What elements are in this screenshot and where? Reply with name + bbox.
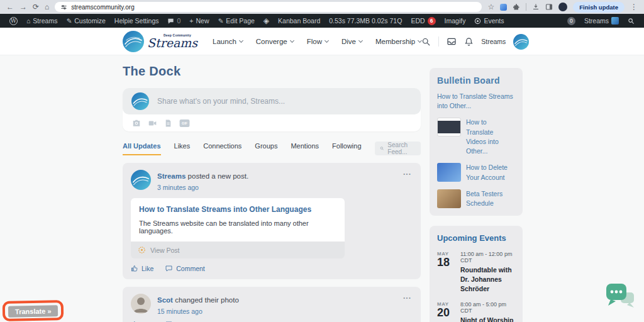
browser-chrome: ← → ⟳ ⌂ streamscommunity.org ☆ Finish up… (0, 0, 644, 14)
admin-account[interactable]: Streams (580, 17, 623, 25)
back-icon[interactable]: ← (6, 3, 14, 11)
admin-customize[interactable]: ✎ Customize (62, 17, 109, 25)
download-icon[interactable] (532, 3, 540, 11)
admin-account-avatar (611, 17, 619, 25)
post-action-text: changed their photo (175, 296, 239, 304)
like-button[interactable]: Like (131, 265, 153, 272)
composer-toolbar: GIF (123, 114, 421, 131)
header-account-name[interactable]: Streams (481, 38, 506, 45)
event-item[interactable]: MAY 18 11:00 am - 12:00 pm CDT Roundtabl… (437, 251, 515, 293)
post-author-avatar[interactable] (131, 170, 151, 190)
reload-icon[interactable]: ⟳ (33, 3, 39, 11)
bulletin-item[interactable]: How to Translate Videos into Other... (437, 118, 515, 156)
tab-mentions[interactable]: Mentions (291, 142, 319, 155)
admin-edd[interactable]: EDD 6 (406, 17, 440, 25)
admin-imagify[interactable]: Imagify (440, 17, 470, 25)
shared-post-card[interactable]: How to Translate Streams into Other Lang… (131, 198, 345, 242)
home-icon[interactable]: ⌂ (45, 3, 49, 11)
post-author-link[interactable]: Scot (157, 296, 173, 304)
tab-all-updates[interactable]: All Updates (123, 142, 161, 155)
main-content: The Dock Share what's on your mind, Stre… (0, 55, 644, 322)
event-name[interactable]: Roundtable with Dr. Johannes Schröder (460, 265, 515, 293)
admin-edit-page[interactable]: ✎ Edit Page (213, 17, 258, 25)
plus-icon: + (189, 17, 193, 25)
admin-site-menu[interactable]: ⌂ Streams (22, 17, 62, 25)
notifications-bell-icon[interactable] (464, 37, 474, 47)
forward-icon[interactable]: → (19, 3, 27, 11)
post-timestamp[interactable]: 15 minutes ago (157, 308, 239, 315)
bulletin-thumbnail (437, 189, 461, 208)
messages-inbox-icon[interactable] (447, 36, 457, 47)
gif-icon[interactable]: GIF (179, 119, 190, 128)
post-options-icon[interactable]: ... (403, 292, 411, 301)
post-options-icon[interactable]: ... (403, 168, 411, 177)
post-timestamp[interactable]: 3 minutes ago (157, 184, 248, 191)
wp-logo-icon[interactable]: W (5, 17, 22, 25)
view-post-button[interactable]: View Post (131, 242, 345, 258)
kanban-diamond-icon[interactable]: ◈ (259, 16, 274, 25)
admin-update-count[interactable]: 0 (563, 17, 580, 25)
comment-button[interactable]: Comment (165, 265, 205, 272)
feed-tabs: All Updates Likes Connections Groups Men… (123, 142, 421, 155)
logo-brand-name: Streams (147, 37, 197, 49)
nav-dive[interactable]: Dive (341, 38, 362, 45)
bulletin-thumbnail (437, 118, 461, 136)
extensions-puzzle-icon[interactable] (513, 3, 520, 11)
bulletin-item[interactable]: How to Translate Streams into Other... (437, 92, 515, 111)
bulletin-item[interactable]: Beta Testers Schedule (437, 189, 515, 208)
nav-flow[interactable]: Flow (307, 38, 328, 45)
composer-placeholder: Share what's on your mind, Streams... (157, 97, 285, 106)
tab-groups[interactable]: Groups (255, 142, 277, 155)
composer-input[interactable]: Share what's on your mind, Streams... (123, 88, 421, 114)
url-bar[interactable]: streamscommunity.org (55, 2, 482, 12)
admin-comments[interactable]: 0 (163, 17, 185, 25)
events-calendar-icon (474, 18, 481, 25)
browser-profile-avatar[interactable] (558, 3, 567, 11)
view-post-icon (138, 246, 146, 254)
search-icon (380, 145, 384, 152)
nav-launch[interactable]: Launch (213, 38, 243, 45)
header-search-icon[interactable] (421, 37, 431, 47)
side-panel-icon[interactable] (545, 3, 553, 11)
tab-following[interactable]: Following (332, 142, 361, 155)
bulletin-board-title: Bulletin Board (437, 75, 515, 86)
shared-post-title[interactable]: How to Translate Streams into Other Lang… (139, 205, 336, 214)
feed-post: Streams posted a new post. 3 minutes ago… (123, 163, 421, 279)
post-action-text: posted a new post. (188, 172, 249, 180)
browser-menu-icon[interactable]: ⋮ (630, 3, 638, 11)
photo-camera-icon[interactable] (132, 119, 141, 128)
tab-connections[interactable]: Connections (203, 142, 242, 155)
header-account-avatar[interactable] (513, 34, 529, 50)
nav-membership[interactable]: Membership (375, 38, 421, 45)
admin-search-icon[interactable] (623, 18, 639, 25)
comment-bubble-icon (167, 18, 174, 25)
post-author-avatar[interactable] (131, 294, 151, 314)
admin-kanban-board[interactable]: Kanban Board (274, 17, 325, 25)
chat-widget-icon[interactable] (605, 282, 638, 314)
admin-events[interactable]: Events (470, 17, 508, 25)
bulletin-item[interactable]: How to Delete Your Account (437, 163, 515, 182)
site-logo[interactable]: Deep Community Streams (123, 31, 197, 52)
event-time: 11:00 am - 12:00 pm CDT (460, 251, 515, 264)
feed-search-input[interactable]: Search Feed... (375, 142, 421, 155)
admin-new[interactable]: + New (185, 17, 213, 25)
pinned-extension-icon[interactable] (500, 4, 507, 11)
admin-helpie-settings[interactable]: Helpie Settings (110, 17, 164, 25)
composer-avatar (131, 92, 149, 110)
streams-wave-logo-icon (123, 31, 144, 52)
post-author-link[interactable]: Streams (157, 172, 186, 180)
upcoming-events-title: Upcoming Events (437, 233, 515, 243)
nav-converge[interactable]: Converge (256, 38, 294, 45)
event-time: 8:00 am - 5:00 pm CDT (460, 301, 515, 314)
finish-update-button[interactable]: Finish update (573, 2, 625, 13)
toolbar-divider (526, 3, 526, 11)
video-camera-icon[interactable] (148, 119, 157, 128)
site-settings-icon[interactable] (60, 4, 67, 11)
document-attach-icon[interactable] (164, 119, 172, 128)
translate-button[interactable]: Translate » (8, 305, 58, 317)
tab-likes[interactable]: Likes (174, 142, 191, 155)
chevron-down-icon (325, 38, 329, 43)
event-item[interactable]: MAY 20 8:00 am - 5:00 pm CDT Night of Wo… (437, 301, 515, 322)
event-name[interactable]: Night of Worship (460, 316, 515, 322)
bookmark-star-icon[interactable]: ☆ (487, 3, 494, 11)
